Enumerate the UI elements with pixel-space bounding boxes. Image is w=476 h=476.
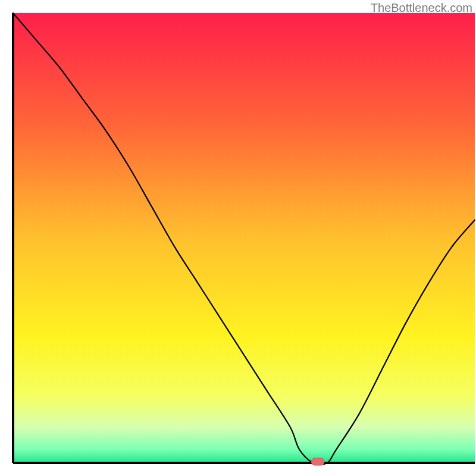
gradient-background	[13, 13, 475, 463]
bottleneck-chart: TheBottleneck.com	[0, 0, 476, 476]
optimal-marker	[311, 458, 324, 465]
plot-area	[13, 13, 475, 465]
chart-svg	[0, 0, 476, 476]
